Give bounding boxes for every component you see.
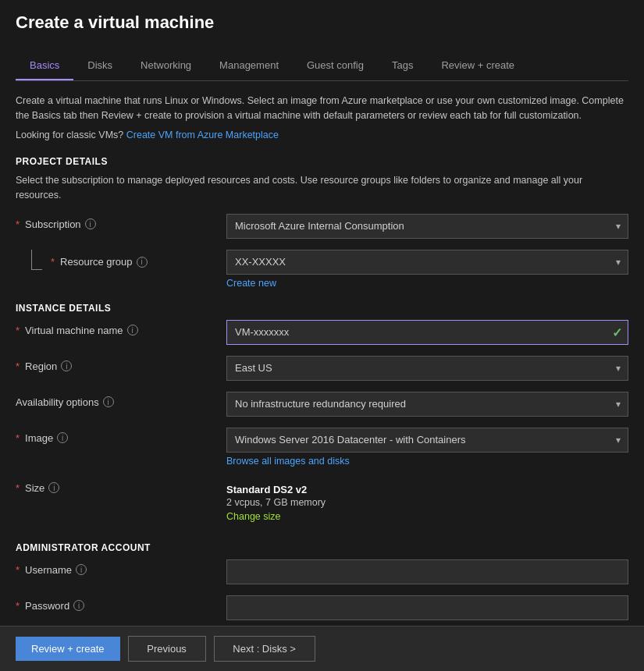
size-details-text: 2 vcpus, 7 GB memory (226, 497, 628, 508)
image-required: * (16, 432, 20, 444)
vm-name-label-col: * Virtual machine name i (16, 320, 226, 336)
username-label-col: * Username i (16, 559, 226, 576)
subscription-row: * Subscription i Microsoft Azure Interna… (16, 214, 628, 239)
username-input[interactable] (226, 559, 628, 584)
instance-details-header: INSTANCE DETAILS (16, 303, 628, 314)
region-required: * (16, 360, 20, 372)
size-row: * Size i Standard DS2 v2 2 vcpus, 7 GB m… (16, 478, 628, 528)
tab-guest-config[interactable]: Guest config (293, 51, 378, 80)
password-label-col: * Password i (16, 595, 226, 612)
region-info-icon[interactable]: i (61, 360, 72, 371)
vm-name-info-icon[interactable]: i (127, 325, 138, 336)
tab-management[interactable]: Management (205, 51, 293, 80)
availability-select[interactable]: No infrastructure redundancy required Av… (226, 392, 628, 417)
vm-name-input-wrapper: ✓ (226, 320, 628, 345)
password-label: Password (25, 600, 69, 612)
next-button[interactable]: Next : Disks > (214, 636, 315, 662)
username-info-icon[interactable]: i (76, 564, 87, 575)
availability-label: Availability options (16, 396, 99, 408)
subscription-control: Microsoft Azure Internal Consumption (226, 214, 628, 239)
image-label: Image (25, 432, 53, 444)
password-row: * Password i (16, 595, 628, 620)
image-info-icon[interactable]: i (57, 432, 68, 443)
subscription-required: * (16, 218, 20, 230)
size-label-col: * Size i (16, 478, 226, 494)
size-control: Standard DS2 v2 2 vcpus, 7 GB memory Cha… (226, 478, 628, 528)
admin-account-header: ADMINISTRATOR ACCOUNT (16, 542, 628, 553)
classic-vm-link[interactable]: Create VM from Azure Marketplace (126, 130, 279, 140)
subscription-label-col: * Subscription i (16, 214, 226, 230)
project-details-desc: Select the subscription to manage deploy… (16, 173, 628, 203)
size-label: Size (25, 482, 44, 494)
username-row: * Username i (16, 559, 628, 584)
vm-name-input[interactable] (226, 320, 628, 345)
description-text: Create a virtual machine that runs Linux… (16, 94, 628, 123)
resource-group-control: XX-XXXXX Create new (226, 250, 628, 289)
region-label: Region (25, 360, 57, 372)
resource-group-required: * (51, 256, 55, 268)
password-info-icon[interactable]: i (73, 600, 84, 611)
region-dropdown-wrapper: East US East US 2 West US West Europe (226, 356, 628, 381)
subscription-info-icon[interactable]: i (85, 218, 96, 229)
availability-control: No infrastructure redundancy required Av… (226, 392, 628, 417)
resource-group-row: * Resource group i XX-XXXXX Create new (16, 250, 628, 289)
availability-dropdown-wrapper: No infrastructure redundancy required Av… (226, 392, 628, 417)
tab-review-create[interactable]: Review + create (427, 51, 528, 80)
previous-button[interactable]: Previous (128, 636, 206, 662)
tab-basics[interactable]: Basics (16, 51, 73, 80)
resource-group-label-col: * Resource group i (16, 250, 226, 270)
browse-images-link[interactable]: Browse all images and disks (226, 456, 350, 467)
image-dropdown-wrapper: Windows Server 2016 Datacenter - with Co… (226, 428, 628, 453)
availability-info-icon[interactable]: i (103, 396, 114, 407)
size-name-text: Standard DS2 v2 (226, 484, 628, 495)
indent-line (31, 250, 42, 270)
vm-name-row: * Virtual machine name i ✓ (16, 320, 628, 345)
password-input[interactable] (226, 595, 628, 620)
vm-name-label: Virtual machine name (25, 325, 123, 336)
size-required: * (16, 482, 20, 494)
region-label-col: * Region i (16, 356, 226, 372)
subscription-dropdown-wrapper: Microsoft Azure Internal Consumption (226, 214, 628, 239)
image-row: * Image i Windows Server 2016 Datacenter… (16, 428, 628, 467)
change-size-link[interactable]: Change size (226, 511, 281, 522)
project-details-header: PROJECT DETAILS (16, 156, 628, 167)
image-select[interactable]: Windows Server 2016 Datacenter - with Co… (226, 428, 628, 453)
resource-group-info-icon[interactable]: i (137, 257, 148, 268)
subscription-label: Subscription (25, 218, 81, 230)
page-title: Create a virtual machine (16, 12, 628, 33)
image-control: Windows Server 2016 Datacenter - with Co… (226, 428, 628, 467)
resource-group-dropdown-wrapper: XX-XXXXX (226, 250, 628, 275)
availability-row: Availability options i No infrastructure… (16, 392, 628, 417)
review-create-button[interactable]: Review + create (16, 637, 120, 661)
username-control (226, 559, 628, 584)
region-row: * Region i East US East US 2 West US Wes… (16, 356, 628, 381)
footer-bar: Review + create Previous Next : Disks > (0, 626, 644, 671)
password-control (226, 595, 628, 620)
tab-networking[interactable]: Networking (126, 51, 205, 80)
image-label-col: * Image i (16, 428, 226, 444)
username-required: * (16, 564, 20, 576)
region-control: East US East US 2 West US West Europe (226, 356, 628, 381)
username-label: Username (25, 564, 72, 576)
create-new-link[interactable]: Create new (226, 278, 276, 289)
classic-vm-text: Looking for classic VMs? Create VM from … (16, 128, 628, 143)
password-required: * (16, 600, 20, 612)
subscription-select[interactable]: Microsoft Azure Internal Consumption (226, 214, 628, 239)
tabs-bar: Basics Disks Networking Management Guest… (16, 51, 628, 81)
resource-group-label: Resource group (60, 256, 133, 268)
availability-label-col: Availability options i (16, 392, 226, 408)
size-info-icon[interactable]: i (48, 482, 59, 493)
size-info-block: Standard DS2 v2 2 vcpus, 7 GB memory Cha… (226, 478, 628, 528)
resource-group-select[interactable]: XX-XXXXX (226, 250, 628, 275)
vm-name-required: * (16, 325, 20, 336)
region-select[interactable]: East US East US 2 West US West Europe (226, 356, 628, 381)
tab-tags[interactable]: Tags (378, 51, 427, 80)
vm-name-check-icon: ✓ (612, 325, 622, 339)
vm-name-control: ✓ (226, 320, 628, 345)
tab-disks[interactable]: Disks (73, 51, 126, 80)
